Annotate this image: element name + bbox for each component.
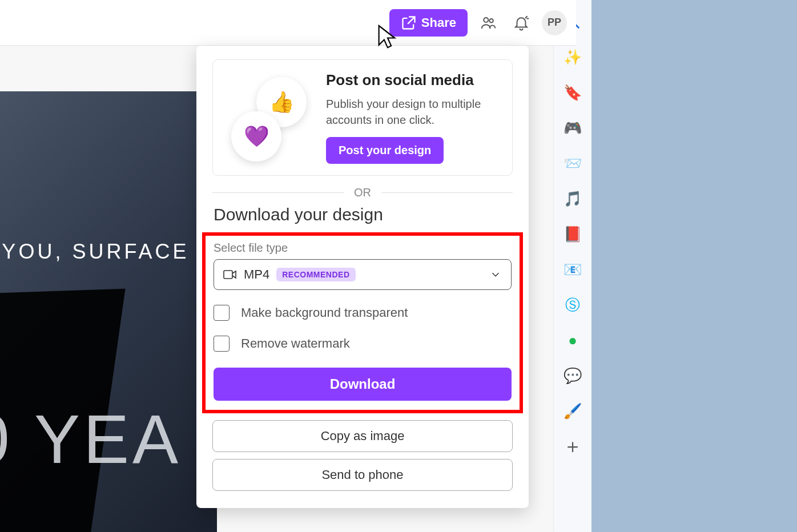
checkbox-box bbox=[214, 305, 230, 321]
video-icon bbox=[223, 269, 237, 280]
file-type-label: Select file type bbox=[214, 241, 512, 255]
file-type-value: MP4 bbox=[244, 267, 269, 282]
copy-as-image-button[interactable]: Copy as image bbox=[212, 420, 513, 452]
share-button-label: Share bbox=[421, 15, 456, 30]
promo-title: Post on social media bbox=[326, 71, 498, 89]
chevron-down-icon bbox=[489, 268, 502, 281]
browser-sidebar: ✨ 🔖 🎮 📨 🎵 📕 📧 Ⓢ ● 💬 🖌️ ＋ bbox=[554, 0, 591, 532]
send-to-phone-button[interactable]: Send to phone bbox=[212, 459, 513, 491]
avatar-initials: PP bbox=[548, 17, 561, 29]
outlook-icon[interactable]: 📧 bbox=[563, 260, 582, 279]
spotify-icon[interactable]: ● bbox=[563, 331, 582, 349]
svg-point-1 bbox=[489, 19, 493, 23]
paint-icon[interactable]: 🖌️ bbox=[563, 402, 582, 420]
promo-description: Publish your design to multiple accounts… bbox=[326, 96, 498, 128]
avatar[interactable]: PP bbox=[542, 10, 567, 35]
share-button[interactable]: Share bbox=[389, 9, 468, 37]
remove-watermark-label: Remove watermark bbox=[241, 336, 350, 351]
notifications-button[interactable] bbox=[509, 10, 534, 35]
heart-icon: 💜 bbox=[231, 111, 281, 162]
top-toolbar: Share PP bbox=[0, 0, 576, 46]
people-button[interactable] bbox=[476, 10, 501, 35]
file-type-select[interactable]: MP4 RECOMMENDED bbox=[214, 259, 512, 290]
office-icon[interactable]: 📕 bbox=[563, 225, 582, 243]
games-icon[interactable]: 🎮 bbox=[563, 119, 582, 137]
promo-illustration: 👍 💜 bbox=[227, 75, 312, 160]
svg-point-0 bbox=[484, 18, 488, 22]
slide-text-1: K YOU, SURFACE FA bbox=[0, 240, 228, 264]
download-section-title: Download your design bbox=[214, 205, 513, 224]
messenger-icon[interactable]: 💬 bbox=[563, 366, 582, 385]
tag-icon[interactable]: 🔖 bbox=[563, 83, 582, 102]
svg-rect-2 bbox=[224, 271, 232, 279]
slide-text-2: 0 YEA bbox=[0, 400, 182, 478]
promo-text: Post on social media Publish your design… bbox=[326, 71, 498, 164]
download-button[interactable]: Download bbox=[214, 368, 512, 401]
people-icon bbox=[480, 14, 497, 31]
divider: OR bbox=[212, 186, 513, 199]
bell-icon bbox=[513, 14, 530, 31]
send-icon[interactable]: 📨 bbox=[563, 154, 582, 172]
share-icon bbox=[401, 15, 417, 31]
post-design-button[interactable]: Post your design bbox=[326, 137, 444, 164]
checkbox-box bbox=[214, 336, 230, 352]
add-sidebar-item-button[interactable]: ＋ bbox=[563, 437, 582, 456]
slide-background: K YOU, SURFACE FA 0 YEA bbox=[0, 91, 217, 532]
divider-label: OR bbox=[354, 186, 371, 199]
app-window: Share PP K YOU, SURFACE FA 0 YEA bbox=[0, 0, 577, 532]
skype-icon[interactable]: Ⓢ bbox=[563, 296, 582, 314]
music-icon[interactable]: 🎵 bbox=[563, 190, 582, 208]
highlight-annotation: Select file type MP4 RECOMMENDED Make ba… bbox=[202, 232, 523, 413]
recommended-badge: RECOMMENDED bbox=[276, 268, 355, 281]
remove-watermark-checkbox[interactable]: Remove watermark bbox=[214, 336, 512, 352]
share-popover: 👍 💜 Post on social media Publish your de… bbox=[196, 46, 529, 508]
sparkle-icon[interactable]: ✨ bbox=[563, 48, 582, 66]
transparent-bg-checkbox[interactable]: Make background transparent bbox=[214, 305, 512, 321]
social-promo-card: 👍 💜 Post on social media Publish your de… bbox=[212, 59, 513, 176]
transparent-bg-label: Make background transparent bbox=[241, 305, 408, 320]
